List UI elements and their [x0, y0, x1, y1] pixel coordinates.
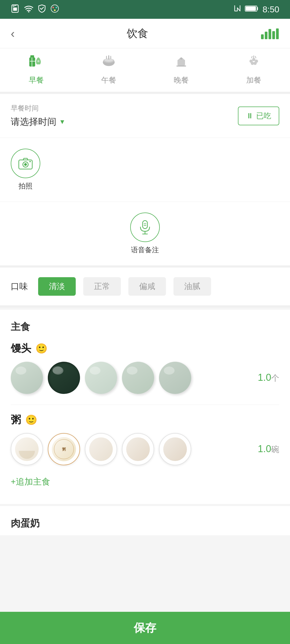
tab-breakfast[interactable]: 早餐 — [0, 54, 73, 85]
zhou-portions: 粥 1.0碗 — [11, 433, 279, 465]
svg-point-3 — [51, 5, 59, 12]
page-header: ‹ 饮食 — [0, 19, 290, 48]
eaten-label: 已吃 — [256, 111, 271, 121]
svg-point-16 — [37, 60, 39, 62]
mantou-count: 1.0个 — [258, 372, 279, 384]
zhou-row: 粥 🙂 粥 — [11, 413, 279, 465]
lunch-icon — [101, 54, 117, 72]
voice-action[interactable]: 语音备注 — [11, 213, 279, 255]
snack-icon — [246, 54, 262, 72]
meal-time-label: 早餐时间 — [11, 104, 66, 113]
zhou-portion-5[interactable] — [159, 433, 191, 465]
svg-rect-21 — [106, 56, 107, 59]
zhou-portion-3[interactable] — [85, 433, 117, 465]
svg-point-2 — [28, 11, 30, 12]
svg-point-24 — [180, 57, 182, 60]
voice-label: 语音备注 — [131, 245, 159, 255]
meat-egg-milk-section: 肉蛋奶 — [0, 506, 290, 535]
mantou-emoji: 🙂 — [35, 343, 48, 354]
colorapp-icon — [50, 4, 59, 15]
tab-lunch[interactable]: 午餐 — [73, 54, 145, 85]
mantou-header: 馒头 🙂 — [11, 342, 279, 355]
svg-rect-8 — [246, 6, 256, 11]
meal-time-value[interactable]: 请选择时间 ▼ — [11, 116, 66, 128]
svg-point-30 — [253, 62, 257, 65]
wifi-icon — [24, 5, 33, 14]
svg-rect-25 — [176, 65, 186, 67]
svg-rect-13 — [276, 28, 279, 39]
eaten-button[interactable]: ⏸ 已吃 — [238, 107, 279, 125]
zhou-portion-4[interactable] — [122, 433, 154, 465]
mantou-portion-1[interactable] — [11, 362, 43, 394]
camera-circle — [11, 149, 40, 178]
svg-rect-23 — [177, 60, 185, 65]
svg-rect-11 — [269, 29, 271, 39]
svg-point-36 — [24, 163, 27, 166]
svg-point-27 — [252, 58, 255, 61]
dropdown-arrow-icon: ▼ — [59, 118, 66, 126]
mantou-portion-3[interactable] — [85, 362, 117, 394]
camera-action[interactable]: 拍照 — [11, 149, 40, 191]
svg-rect-20 — [108, 55, 109, 60]
main-food-section: 主食 馒头 🙂 1.0个 粥 🙂 — [0, 310, 290, 504]
svg-point-6 — [54, 9, 56, 11]
zhou-header: 粥 🙂 — [11, 413, 279, 427]
meal-time-section: 早餐时间 请选择时间 ▼ ⏸ 已吃 — [0, 94, 290, 138]
svg-rect-10 — [265, 32, 267, 39]
chart-icon[interactable] — [260, 26, 279, 41]
tab-snack[interactable]: 加餐 — [218, 54, 290, 85]
nfc-icon — [234, 4, 241, 15]
zhou-portion-2[interactable]: 粥 — [48, 433, 80, 465]
meal-time-left: 早餐时间 请选择时间 ▼ — [11, 104, 66, 128]
svg-rect-22 — [110, 56, 111, 59]
status-icons-left — [11, 4, 59, 15]
camera-label: 拍照 — [19, 181, 32, 191]
tab-snack-label: 加餐 — [246, 75, 261, 85]
add-main-food-btn[interactable]: +追加主食 — [11, 476, 279, 488]
meal-tabs: 早餐 午餐 晚餐 — [0, 48, 290, 94]
zhou-emoji: 🙂 — [25, 414, 37, 426]
svg-point-4 — [52, 7, 54, 8]
mantou-portions: 1.0个 — [11, 362, 279, 394]
time-placeholder: 请选择时间 — [11, 116, 56, 128]
svg-rect-1 — [13, 8, 17, 11]
taste-light-btn[interactable]: 清淡 — [38, 277, 76, 296]
back-button[interactable]: ‹ — [11, 27, 15, 40]
svg-line-33 — [255, 56, 256, 58]
breakfast-icon — [28, 54, 44, 72]
taste-normal-btn[interactable]: 正常 — [83, 277, 121, 296]
mantou-portion-2[interactable] — [48, 362, 80, 394]
time-display: 8:50 — [263, 5, 279, 14]
status-right: 8:50 — [234, 4, 279, 15]
dinner-icon — [173, 54, 189, 72]
mantou-portion-4[interactable] — [122, 362, 154, 394]
voice-section: 语音备注 — [0, 202, 290, 268]
taste-section: 口味 清淡 正常 偏咸 油腻 — [0, 268, 290, 308]
svg-point-5 — [56, 7, 57, 8]
main-food-title: 主食 — [11, 320, 279, 334]
tab-breakfast-label: 早餐 — [29, 75, 44, 85]
svg-point-37 — [30, 161, 31, 162]
svg-rect-38 — [143, 221, 147, 229]
mantou-name: 馒头 — [11, 342, 31, 355]
mantou-portion-5[interactable] — [159, 362, 191, 394]
mantou-row: 馒头 🙂 1.0个 — [11, 342, 279, 394]
svg-rect-12 — [272, 31, 275, 39]
zhou-name: 粥 — [11, 413, 21, 427]
status-bar: 8:50 — [0, 0, 290, 19]
taste-label: 口味 — [11, 281, 28, 292]
save-footer[interactable]: 保存 — [0, 612, 290, 644]
svg-rect-9 — [261, 34, 264, 39]
voice-circle — [130, 213, 160, 242]
zhou-portion-1[interactable] — [11, 433, 43, 465]
tab-dinner-label: 晚餐 — [174, 75, 189, 85]
sim-icon — [11, 4, 19, 15]
taste-salty-btn[interactable]: 偏咸 — [128, 277, 166, 296]
zhou-count: 1.0碗 — [258, 443, 279, 455]
taste-greasy-btn[interactable]: 油腻 — [173, 277, 211, 296]
tab-lunch-label: 午餐 — [101, 75, 116, 85]
camera-section: 拍照 — [0, 138, 290, 202]
meat-section-title: 肉蛋奶 — [11, 517, 279, 530]
tab-dinner[interactable]: 晚餐 — [145, 54, 218, 85]
shield-icon — [38, 4, 46, 15]
